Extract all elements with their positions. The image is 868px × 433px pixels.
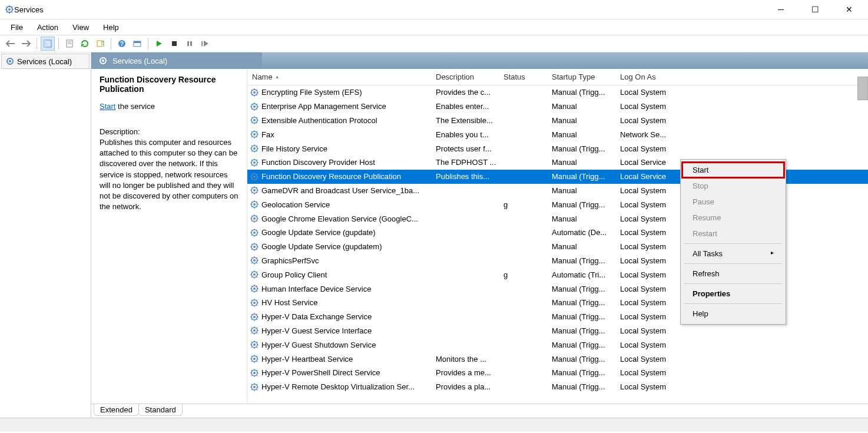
cell-logon: Local System xyxy=(620,214,685,223)
gear-icon xyxy=(250,298,259,308)
col-status[interactable]: Status xyxy=(503,72,552,81)
service-row[interactable]: Extensible Authentication ProtocolThe Ex… xyxy=(247,114,868,128)
cm-properties[interactable]: Properties xyxy=(682,286,784,302)
menu-view[interactable]: View xyxy=(67,21,95,34)
service-row[interactable]: Hyper-V Heartbeat ServiceMonitors the ..… xyxy=(247,352,868,366)
nav-services-local[interactable]: Services (Local) xyxy=(1,54,90,69)
nav-pane: Services (Local) xyxy=(0,52,91,418)
cell-startup: Manual xyxy=(552,102,620,111)
gear-icon xyxy=(250,242,259,252)
col-description[interactable]: Description xyxy=(436,72,503,81)
cell-logon: Local System xyxy=(620,88,685,97)
services-icon xyxy=(5,5,14,14)
cell-logon: Local System xyxy=(620,116,685,125)
tab-standard[interactable]: Standard xyxy=(138,404,183,416)
cm-separator xyxy=(684,283,782,284)
gear-icon xyxy=(250,284,259,293)
col-name[interactable]: Name▲ xyxy=(247,72,436,81)
svg-point-33 xyxy=(253,176,256,178)
close-button[interactable]: ✕ xyxy=(837,1,861,18)
svg-point-29 xyxy=(253,147,256,150)
main-header: Services (Local) xyxy=(91,52,262,69)
cm-refresh[interactable]: Refresh xyxy=(682,266,784,282)
help-button[interactable]: ? xyxy=(115,37,129,51)
svg-point-41 xyxy=(253,232,256,234)
cell-description: Protects user f... xyxy=(436,144,503,153)
window-title: Services xyxy=(14,5,769,14)
main-header-bar: Services (Local) xyxy=(91,52,868,69)
gear-icon xyxy=(250,88,259,97)
refresh-button[interactable] xyxy=(78,37,92,51)
service-row[interactable]: Hyper-V PowerShell Direct ServiceProvide… xyxy=(247,366,868,380)
start-service-button[interactable] xyxy=(152,37,166,51)
col-startup[interactable]: Startup Type xyxy=(552,72,620,81)
export-button[interactable] xyxy=(93,37,107,51)
service-row[interactable]: Hyper-V Guest Service InterfaceManual (T… xyxy=(247,324,868,338)
svg-rect-14 xyxy=(190,41,192,46)
svg-point-37 xyxy=(253,203,256,206)
cell-startup: Manual (Trigg... xyxy=(552,368,620,377)
menu-help[interactable]: Help xyxy=(97,21,125,34)
svg-point-63 xyxy=(253,386,256,388)
svg-point-21 xyxy=(253,91,256,94)
cell-logon: Local System xyxy=(620,368,685,377)
cell-startup: Manual (Trigg... xyxy=(552,88,620,97)
pause-service-button[interactable] xyxy=(183,37,197,51)
cell-name: Function Discovery Provider Host xyxy=(247,158,436,167)
svg-point-59 xyxy=(253,358,256,360)
restart-service-button[interactable] xyxy=(198,37,212,51)
cell-name: Hyper-V Heartbeat Service xyxy=(247,354,436,363)
service-row[interactable]: Enterprise App Management ServiceEnables… xyxy=(247,100,868,114)
cell-startup: Manual xyxy=(552,116,620,125)
cm-all-tasks[interactable]: All Tasks▸ xyxy=(682,246,784,262)
cm-resume: Resume xyxy=(682,210,784,226)
nav-label: Services (Local) xyxy=(17,57,72,66)
gear-icon xyxy=(250,354,259,363)
gear-icon xyxy=(250,312,259,322)
cell-name: File History Service xyxy=(247,144,436,153)
forward-button[interactable] xyxy=(19,37,33,51)
service-row[interactable]: Hyper-V Remote Desktop Virtualization Se… xyxy=(247,380,868,394)
cell-logon: Local System xyxy=(620,298,685,307)
cell-logon: Local System xyxy=(620,144,685,153)
cm-help[interactable]: Help xyxy=(682,306,784,322)
cm-separator xyxy=(684,303,782,304)
back-button[interactable] xyxy=(4,37,18,51)
gear-icon xyxy=(250,130,259,139)
properties-button[interactable] xyxy=(62,37,77,51)
cell-startup: Automatic (De... xyxy=(552,228,620,237)
service-row[interactable]: Hyper-V Guest Shutdown ServiceManual (Tr… xyxy=(247,338,868,352)
desc-text: Publishes this computer and resources at… xyxy=(100,137,238,212)
maximize-button[interactable]: ☐ xyxy=(803,1,827,18)
list-header: Name▲ Description Status Startup Type Lo… xyxy=(247,69,868,85)
minimize-button[interactable]: ─ xyxy=(769,1,793,18)
gear-icon xyxy=(250,256,259,265)
cell-name: Hyper-V Remote Desktop Virtualization Se… xyxy=(247,382,436,392)
chevron-right-icon: ▸ xyxy=(771,249,774,256)
scrollbar-thumb[interactable] xyxy=(857,77,868,100)
show-hide-tree-button[interactable] xyxy=(41,37,55,51)
svg-point-51 xyxy=(253,302,256,304)
cell-name: Human Interface Device Service xyxy=(247,284,436,293)
menu-file[interactable]: File xyxy=(5,21,29,34)
cell-startup: Manual xyxy=(552,186,620,195)
menu-action[interactable]: Action xyxy=(31,21,64,34)
service-row[interactable]: File History ServiceProtects user f...Ma… xyxy=(247,141,868,156)
start-link[interactable]: Start xyxy=(100,102,115,111)
gear-icon xyxy=(98,56,108,65)
cell-status: g xyxy=(503,200,552,209)
cm-restart: Restart xyxy=(682,226,784,242)
cm-start[interactable]: Start xyxy=(682,162,784,178)
cell-startup: Manual (Trigg... xyxy=(552,285,620,293)
tab-extended[interactable]: Extended xyxy=(94,404,139,416)
cell-logon: Local Service xyxy=(620,158,685,167)
col-logon[interactable]: Log On As xyxy=(620,72,685,81)
service-row[interactable]: Encrypting File System (EFS)Provides the… xyxy=(247,85,868,100)
gear-icon xyxy=(250,228,259,237)
cell-logon: Local System xyxy=(620,382,685,391)
stop-service-button[interactable] xyxy=(167,37,181,51)
toolbar-icon-2[interactable] xyxy=(130,37,144,51)
service-row[interactable]: FaxEnables you t...ManualNetwork Se... xyxy=(247,127,868,141)
svg-text:?: ? xyxy=(120,41,124,47)
cm-separator xyxy=(684,263,782,264)
